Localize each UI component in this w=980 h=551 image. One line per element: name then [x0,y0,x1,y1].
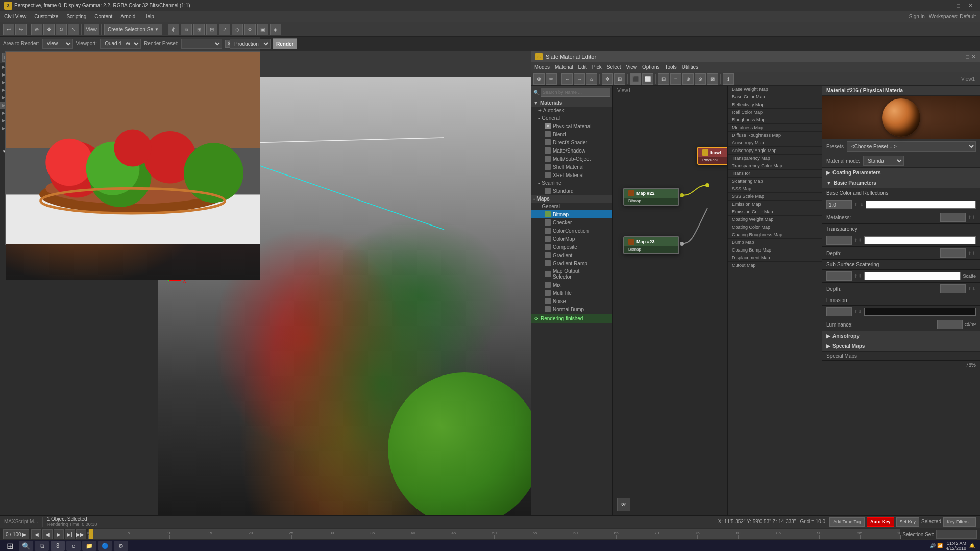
map-prop-row[interactable]: Coating Bump Map [728,246,822,254]
slate-menu-view[interactable]: View [626,64,638,70]
map-prop-row[interactable]: Transparency Color Map [728,162,822,170]
timeline-playhead[interactable] [89,529,93,539]
transparency-color-swatch[interactable] [864,236,976,244]
scanline-section[interactable]: - Scanline [531,179,612,187]
slate-show-all-icon[interactable]: ⊠ [707,73,718,85]
render-button[interactable]: Render [273,38,297,49]
menu-content[interactable]: Content [94,14,112,19]
shell-material-item[interactable]: Shell Material [531,163,612,171]
align-icon[interactable]: ⫛ [168,24,179,35]
coating-parameters-header[interactable]: ▶ Coating Parameters [822,168,980,178]
slate-menu-modes[interactable]: Modes [534,64,550,70]
directx-shader-item[interactable]: DirectX Shader [531,138,612,146]
map-prop-row[interactable]: Coating Roughness Map [728,231,822,239]
physical-material-item[interactable]: P Physical Material [531,122,612,130]
autodesk-item[interactable]: + Autodesk [531,107,612,114]
map23-node[interactable]: Map #23 Bitmap [623,236,679,254]
taskbar-files-icon[interactable]: 📁 [82,541,96,551]
mix-item[interactable]: Mix [531,281,612,289]
colorcorrection-item[interactable]: ColorCorrection [531,227,612,235]
slate-pick-material-icon[interactable]: ⊕ [533,73,545,85]
anisotropy-header[interactable]: ▶ Anisotropy [822,331,980,341]
slate-menu-options[interactable]: Options [642,64,659,70]
xref-material-item[interactable]: XRef Material [531,171,612,179]
general-maps-section[interactable]: - General [531,203,612,210]
slate-align-icon[interactable]: ≡ [670,73,681,85]
graph-editors-icon[interactable]: ↗ [219,24,230,35]
slate-select-icon[interactable]: ⊞ [614,73,625,85]
map-prop-row[interactable]: Anisotropy Map [728,139,822,147]
scale-icon[interactable]: ⤡ [68,24,79,35]
general-mat-section[interactable]: - General [531,114,612,122]
map-prop-row[interactable]: Metalness Map [728,124,822,132]
selection-set-input[interactable] [936,530,977,539]
sub-scatter-swatch[interactable] [864,272,961,280]
blend-item[interactable]: Blend [531,130,612,138]
depth-input[interactable]: 0'0.0" [940,248,966,258]
taskbar-app-icon2[interactable]: ⚙ [114,541,128,551]
slate-menu-utilities[interactable]: Utilities [682,64,698,70]
menu-customize[interactable]: Customize [34,14,58,19]
gradient-item[interactable]: Gradient [531,251,612,259]
slate-zoom-extents-icon[interactable]: ⊕ [682,73,694,85]
auto-key-button[interactable]: Auto Key [867,517,894,527]
map-prop-row[interactable]: Coating Weight Map [728,216,822,223]
sub-scatter-input[interactable]: 0.0 [826,271,852,281]
maximize-button[interactable]: □ [953,3,963,9]
multi-sub-object-item[interactable]: Multi/Sub-Object [531,155,612,163]
map22-node[interactable]: Map #22 Bitmap [623,188,679,206]
presets-select[interactable]: <Choose Preset....> [847,141,976,152]
minimize-button[interactable]: ─ [942,3,952,9]
gradient-ramp-item[interactable]: Gradient Ramp [531,259,612,267]
create-selection-button[interactable]: Create Selection Se ▼ [104,24,162,35]
menu-civil-view[interactable]: Civil View [4,14,26,19]
slate-nav-back-icon[interactable]: ← [561,73,573,85]
map-prop-row[interactable]: Roughness Map [728,116,822,124]
slate-nav-fwd-icon[interactable]: → [574,73,585,85]
slate-menu-pick[interactable]: Pick [592,64,602,70]
slate-layout-icon[interactable]: ⊟ [658,73,669,85]
select-icon[interactable]: ⊕ [31,24,42,35]
render-frame-icon[interactable]: ▣ [257,24,268,35]
map-prop-row[interactable]: Scattering Map [728,178,822,185]
go-start-button[interactable]: |◀ [31,529,41,539]
slate-compact-icon[interactable]: ⬜ [642,73,653,85]
taskbar-search-icon[interactable]: 🔍 [19,541,33,551]
map-prop-row[interactable]: Base Weight Map [728,86,822,93]
map-prop-row[interactable]: Trans Ior [728,170,822,178]
production-select[interactable]: Production [230,39,271,49]
start-button[interactable]: ⊞ [2,541,17,551]
noise-item[interactable]: Noise [531,297,612,305]
slate-zoom-sel-icon[interactable]: ⊗ [695,73,706,85]
viewer-icon[interactable]: 👁 [617,498,630,511]
map-prop-row[interactable]: Transparency Map [728,155,822,162]
map-prop-row[interactable]: Diffuse Roughness Map [728,132,822,139]
material-editor-icon[interactable]: ◇ [232,24,243,35]
move-icon[interactable]: ✥ [43,24,55,35]
transparency-input[interactable]: 0.0 [826,236,852,245]
map-prop-row[interactable]: Emission Color Map [728,208,822,216]
area-to-render-select[interactable]: View [42,39,73,49]
composite-item[interactable]: Composite [531,243,612,251]
slate-menu-select[interactable]: Select [607,64,621,70]
material-mode-select[interactable]: Standa [863,156,904,166]
slate-menu-tools[interactable]: Tools [665,64,677,70]
map-prop-row[interactable]: Base Color Map [728,93,822,101]
basic-parameters-header[interactable]: ▼ Basic Parameters [822,178,980,188]
base-color-swatch[interactable] [866,201,976,209]
map-prop-row[interactable]: Displacement Map [728,254,822,262]
slate-home-icon[interactable]: ⌂ [586,73,597,85]
undo-icon[interactable]: ↩ [3,24,14,35]
emission-input[interactable]: 0.0 [826,307,852,316]
map-prop-row[interactable]: SSS Map [728,185,822,193]
checker-item[interactable]: Checker [531,218,612,227]
map-prop-row[interactable]: Anisotropy Angle Map [728,147,822,155]
slate-minimize[interactable]: ─ [960,54,964,60]
scatter-depth-input[interactable]: 0'10.0" [940,284,966,293]
quick-align-icon[interactable]: ⊟ [206,24,217,35]
redo-icon[interactable]: ↪ [15,24,27,35]
menu-arnold[interactable]: Arnold [120,14,135,19]
rotate-icon[interactable]: ↻ [56,24,67,35]
metalness-input[interactable]: 0.0 [940,213,966,222]
map-prop-row[interactable]: Cutout Map [728,262,822,269]
